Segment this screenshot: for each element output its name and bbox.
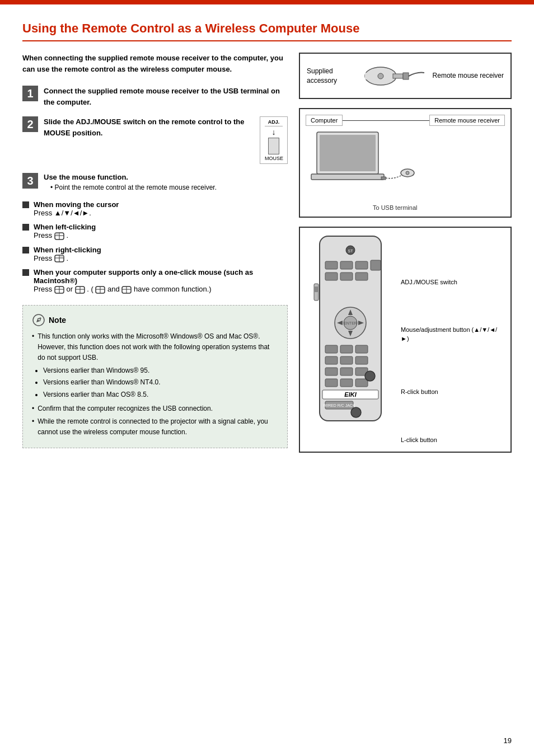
svg-rect-25 (393, 74, 403, 78)
svg-rect-57 (340, 356, 353, 364)
step-3-number: 3 (22, 173, 38, 189)
mouse-label: MOUSE (265, 156, 283, 161)
bullet-square-3 (22, 247, 29, 253)
bullet-moving-cursor-title: When moving the cursor (34, 200, 119, 209)
one-click-icon-4 (121, 286, 132, 294)
note-header: Note (32, 313, 278, 327)
bullet-right-clicking-body: Press . (34, 254, 101, 263)
svg-rect-60 (340, 368, 353, 375)
bullet-right-clicking: When right-clicking Press . (22, 246, 288, 263)
svg-text:ST: ST (348, 249, 354, 253)
receiver-svg (353, 60, 425, 91)
page-container: Using the Remote Control as a Wireless C… (0, 0, 534, 756)
svg-point-69 (365, 371, 375, 381)
note-item-3-text: While the remote control is connected to… (38, 416, 278, 438)
one-click-icon-3 (95, 286, 105, 294)
receiver-drawing (352, 60, 427, 91)
switch-arrow: ↓ (265, 128, 283, 137)
adj-switch-diagram: ADJ. ↓ MOUSE (260, 116, 288, 164)
note-sub-list: Versions earlier than Windows® 95. Versi… (43, 365, 278, 400)
note-item-1: This function only works with the Micros… (32, 331, 278, 364)
receiver-box-label: Remote mouse receiver (429, 115, 505, 126)
note-title: Note (49, 316, 66, 325)
bullet-left-clicking: When left-clicking Press . (22, 223, 288, 240)
supplied-accessory-box: Supplied accessory (299, 53, 512, 99)
note-sub-item-2: Versions earlier than Windows® NT4.0. (43, 377, 278, 388)
svg-rect-40 (371, 260, 381, 270)
note-sub-item-1: Versions earlier than Windows® 95. (43, 365, 278, 376)
remote-diagram-box: ST (299, 227, 512, 453)
usb-terminal-label: To USB terminal (373, 204, 505, 211)
step-2-text: Slide the ADJ./MOUSE switch on the remot… (44, 116, 254, 138)
note-item-1-text: This function only works with the Micros… (38, 331, 278, 364)
step-2: 2 Slide the ADJ./MOUSE switch on the rem… (22, 116, 288, 164)
note-body: This function only works with the Micros… (32, 331, 278, 438)
step-3: 3 Use the mouse function. • Point the re… (22, 173, 288, 191)
one-click-icon-1 (54, 286, 64, 294)
svg-rect-62 (325, 379, 338, 387)
svg-rect-42 (340, 273, 353, 280)
svg-rect-41 (325, 273, 338, 280)
intro-text: When connecting the supplied remote mous… (22, 53, 288, 74)
bullet-moving-cursor-content: When moving the cursor Press ▲/▼/◄/►. (34, 200, 119, 217)
bullet-one-click-content: When your computer supports only a one-c… (34, 268, 288, 294)
bullet-square-1 (22, 201, 29, 208)
connection-diagram-box: Computer Remote mouse receiver (299, 108, 512, 218)
right-column: Supplied accessory (299, 53, 512, 453)
bullet-moving-cursor: When moving the cursor Press ▲/▼/◄/►. (22, 200, 288, 217)
svg-rect-37 (325, 261, 338, 269)
note-sub-item-3: Versions earlier than Mac OS® 8.5. (43, 389, 278, 400)
svg-rect-56 (325, 356, 338, 364)
svg-text:WIRED R/C JACK: WIRED R/C JACK (323, 403, 355, 407)
r-click-button-label: R-click button (401, 388, 505, 396)
svg-rect-43 (355, 273, 368, 280)
main-layout: When connecting the supplied remote mous… (22, 53, 512, 453)
receiver-label-right: Remote mouse receiver (433, 71, 504, 81)
page-number: 19 (504, 736, 512, 745)
adj-mouse-switch-label: ADJ./MOUSE switch (401, 278, 505, 287)
supplied-row: Supplied accessory (307, 60, 504, 91)
svg-text:ENTER: ENTER (344, 321, 357, 325)
svg-rect-63 (340, 379, 353, 387)
bullet-left-clicking-title: When left-clicking (34, 223, 96, 231)
svg-rect-59 (325, 368, 338, 375)
bullet-moving-cursor-body: Press ▲/▼/◄/►. (34, 209, 119, 217)
svg-point-70 (351, 407, 361, 417)
svg-rect-3 (55, 233, 59, 236)
note-icon (32, 313, 45, 327)
svg-rect-7 (59, 255, 64, 258)
svg-rect-45 (315, 287, 318, 292)
page-title: Using the Remote Control as a Wireless C… (22, 21, 512, 41)
step-2-inner: Slide the ADJ./MOUSE switch on the remot… (44, 116, 288, 164)
note-item-3: While the remote control is connected to… (32, 416, 278, 438)
step-1: 1 Connect the supplied remote mouse rece… (22, 86, 288, 107)
svg-point-33 (406, 171, 409, 175)
computer-box-label: Computer (306, 115, 343, 126)
svg-rect-53 (325, 345, 338, 353)
svg-rect-64 (355, 379, 368, 387)
svg-rect-31 (381, 177, 386, 180)
connector-line (343, 120, 429, 121)
note-item-2: Confirm that the computer recognizes the… (32, 403, 278, 414)
bullet-one-click-body: Press or (34, 285, 288, 294)
svg-text:EIKI: EIKI (344, 391, 357, 398)
supplied-label: Supplied accessory (307, 67, 346, 86)
svg-point-27 (378, 73, 383, 79)
step-3-title: Use the mouse function. (44, 173, 288, 181)
right-click-icon (54, 255, 64, 262)
svg-rect-29 (320, 135, 376, 171)
top-bar (0, 0, 534, 4)
svg-rect-58 (355, 356, 368, 364)
svg-rect-55 (355, 345, 368, 353)
bullet-one-click-title: When your computer supports only a one-c… (34, 268, 288, 285)
step-1-number: 1 (22, 86, 38, 101)
step-3-sub: • Point the remote control at the remote… (50, 184, 288, 191)
svg-rect-26 (403, 73, 409, 79)
left-column: When connecting the supplied remote mous… (22, 53, 288, 453)
remote-labels-column: ADJ./MOUSE switch Mouse/adjustment butto… (401, 233, 505, 446)
step-3-content: Use the mouse function. • Point the remo… (44, 173, 288, 191)
step-1-text: Connect the supplied remote mouse receiv… (44, 86, 288, 107)
svg-rect-38 (340, 261, 353, 269)
connection-label-row: Computer Remote mouse receiver (306, 115, 505, 126)
bullet-right-clicking-title: When right-clicking (34, 246, 101, 254)
